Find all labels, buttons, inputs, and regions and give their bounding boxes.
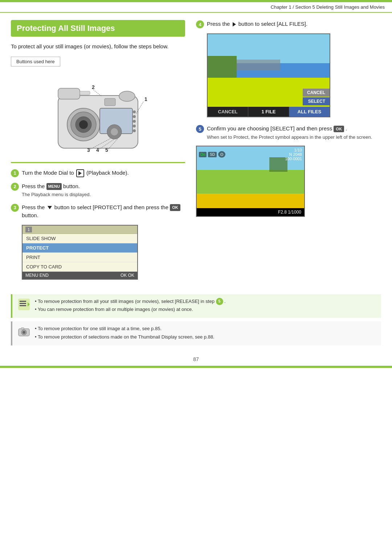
svg-text:2: 2 bbox=[92, 84, 95, 90]
step-1-num: 1 bbox=[11, 169, 19, 177]
down-arrow-icon bbox=[48, 206, 52, 209]
main-content: Protecting All Still Images To protect a… bbox=[0, 13, 392, 287]
note-1-bullet-2: • You can remove protection from all or … bbox=[35, 306, 226, 313]
chapter-text: Chapter 1 / Section 5 Deleting Still Ima… bbox=[271, 4, 385, 10]
step-1: 1 Turn the Mode Dial to (Playback Mode). bbox=[11, 169, 185, 177]
page-number: 87 bbox=[0, 353, 392, 366]
svg-rect-44 bbox=[21, 328, 24, 329]
menu-screen: 1 SLIDE SHOW PROTECT PRINT COPY TO CARD … bbox=[22, 225, 138, 280]
sd-icon: SD bbox=[208, 152, 217, 157]
svg-text:1: 1 bbox=[144, 96, 147, 102]
header-bar: Chapter 1 / Section 5 Deleting Still Ima… bbox=[0, 2, 392, 13]
step-5-sub: When set to Protect, the Protect symbol … bbox=[207, 134, 372, 141]
note-text-1: • To remove protection from all your sti… bbox=[35, 298, 226, 315]
note-2-bullet-1: • To remove protection for one still ima… bbox=[35, 325, 215, 333]
menu-header: 1 bbox=[23, 226, 137, 234]
allfiles-screen-wrap: CANCEL SELECT CANCEL 1 FILE ALL FILES bbox=[207, 33, 330, 117]
svg-rect-38 bbox=[20, 303, 26, 304]
svg-rect-7 bbox=[80, 91, 90, 95]
step-4-num: 4 bbox=[196, 20, 204, 28]
step-3: 3 Press the button to select [PROTECT] a… bbox=[11, 203, 185, 220]
step-4-text: Press the button to select [ALL FILES]. bbox=[207, 20, 307, 28]
allfiles-top-buttons: CANCEL SELECT bbox=[303, 89, 330, 105]
step-5: 5 Confirm you are choosing [SELECT] and … bbox=[196, 125, 377, 141]
camera-svg: 1 2 3 4 5 bbox=[44, 74, 152, 154]
svg-point-12 bbox=[133, 110, 136, 113]
menu-tab: 1 bbox=[25, 227, 32, 232]
note-icon-camera bbox=[17, 325, 30, 338]
svg-rect-39 bbox=[20, 305, 26, 306]
cam-icon: ⊙ bbox=[218, 151, 225, 158]
exposure-info: F2.8 1/1000 bbox=[278, 210, 301, 215]
ok-badge-step5: OK bbox=[334, 126, 344, 133]
protect-screen: On SD ⊙ 1/10 N 2048 100-0001 F2.8 1/1000 bbox=[196, 146, 305, 217]
svg-rect-31 bbox=[237, 60, 280, 70]
file-num: N 2048 bbox=[285, 152, 302, 157]
step-2-sub: The Playback menu is displayed. bbox=[22, 191, 91, 198]
step-1-text: Turn the Mode Dial to (Playback Mode). bbox=[22, 169, 129, 177]
allfiles-bottom-buttons: CANCEL 1 FILE ALL FILES bbox=[208, 107, 330, 117]
af-onefile-btn: 1 FILE bbox=[248, 107, 289, 117]
menu-footer-left: MENU END bbox=[25, 273, 49, 278]
af-cancel-top: CANCEL bbox=[303, 89, 330, 97]
menu-item-slideshow: SLIDE SHOW bbox=[23, 234, 137, 243]
svg-point-15 bbox=[133, 125, 136, 127]
svg-text:5: 5 bbox=[105, 147, 108, 153]
menu-footer-right: OK OK bbox=[121, 273, 134, 278]
section-title: Protecting All Still Images bbox=[11, 20, 185, 37]
playback-mode-icon bbox=[76, 169, 84, 177]
notes-section: • To remove protection from all your sti… bbox=[11, 294, 381, 345]
left-column: Protecting All Still Images To protect a… bbox=[11, 20, 185, 280]
svg-rect-30 bbox=[208, 56, 237, 78]
svg-point-6 bbox=[119, 91, 135, 101]
allfiles-screen: CANCEL SELECT CANCEL 1 FILE ALL FILES bbox=[207, 33, 330, 117]
protect-on-icon: On bbox=[199, 152, 207, 157]
step-3-num: 3 bbox=[11, 204, 19, 212]
protect-photo: On SD ⊙ 1/10 N 2048 100-0001 bbox=[197, 146, 304, 208]
bottom-border bbox=[0, 366, 392, 368]
right-column: 4 Press the button to select [ALL FILES]… bbox=[196, 20, 377, 280]
note-1-bullet-1: • To remove protection from all your sti… bbox=[35, 298, 226, 305]
step-4: 4 Press the button to select [ALL FILES]… bbox=[196, 20, 377, 28]
note-icon-list bbox=[17, 298, 30, 311]
menu-footer: MENU END OK OK bbox=[23, 272, 137, 279]
menu-item-protect: PROTECT bbox=[23, 243, 137, 253]
camera-diagram: 1 2 3 4 5 bbox=[11, 74, 185, 155]
svg-text:4: 4 bbox=[96, 147, 99, 153]
svg-point-4 bbox=[79, 120, 88, 129]
svg-rect-8 bbox=[105, 98, 115, 106]
protect-icon-group: On SD ⊙ bbox=[199, 151, 225, 158]
menu-item-copy: COPY TO CARD bbox=[23, 262, 137, 272]
svg-rect-5 bbox=[58, 88, 80, 99]
file-name: 100-0001 bbox=[285, 157, 302, 161]
step5-ref-badge: 5 bbox=[216, 298, 223, 305]
frame-info: 1/10 bbox=[285, 148, 302, 152]
af-cancel-btn: CANCEL bbox=[208, 107, 248, 117]
af-select-top: SELECT bbox=[303, 97, 330, 105]
list-icon-svg bbox=[17, 298, 30, 311]
protect-top-right: 1/10 N 2048 100-0001 bbox=[285, 148, 302, 161]
camera-icon-svg bbox=[17, 325, 30, 338]
svg-rect-33 bbox=[197, 170, 304, 194]
step-3-text: Press the button to select [PROTECT] and… bbox=[22, 203, 185, 220]
protect-top-bar: On SD ⊙ 1/10 N 2048 100-0001 bbox=[197, 146, 304, 162]
svg-text:3: 3 bbox=[87, 147, 90, 153]
ok-badge-step3: OK bbox=[170, 204, 180, 211]
af-allfiles-btn: ALL FILES bbox=[289, 107, 330, 117]
step-2-num: 2 bbox=[11, 183, 19, 191]
intro-text: To protect all your still images (or mov… bbox=[11, 42, 185, 51]
buttons-used-box: Buttons used here bbox=[11, 57, 60, 66]
protect-bottom-bar: F2.8 1/1000 bbox=[197, 208, 304, 216]
menu-item-print: PRINT bbox=[23, 253, 137, 262]
svg-point-16 bbox=[133, 129, 136, 132]
svg-point-11 bbox=[111, 128, 118, 135]
svg-point-14 bbox=[133, 120, 136, 123]
menu-badge: MENU bbox=[46, 183, 62, 190]
step-5-text: Confirm you are choosing [SELECT] and th… bbox=[207, 125, 372, 141]
svg-rect-37 bbox=[20, 301, 26, 302]
svg-point-43 bbox=[23, 331, 25, 334]
svg-point-13 bbox=[133, 115, 136, 118]
note-2-bullet-2: • To remove protection of selections mad… bbox=[35, 333, 215, 341]
note-box-2: • To remove protection for one still ima… bbox=[11, 321, 381, 345]
step-2: 2 Press the MENU button. The Playback me… bbox=[11, 182, 185, 198]
